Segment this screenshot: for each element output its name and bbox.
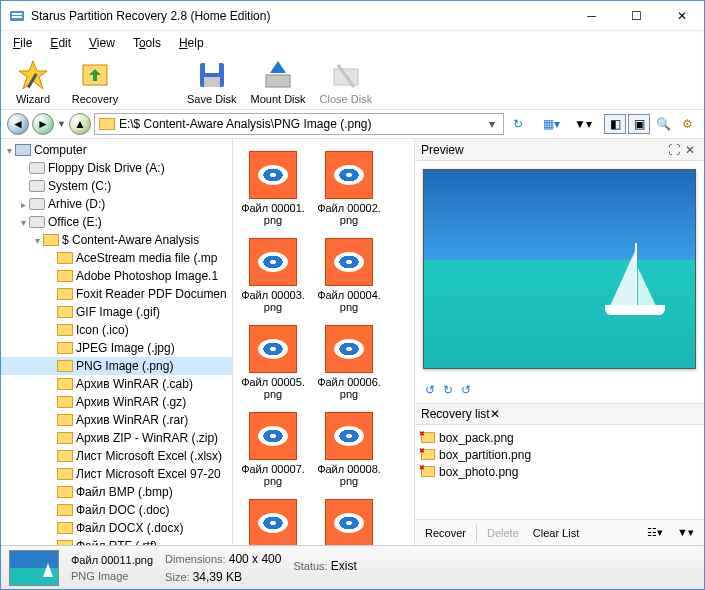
wizard-icon [17,59,49,91]
tree-item[interactable]: ▾Computer [1,141,232,159]
file-thumbnail[interactable]: Файл 00007.png [237,408,309,491]
menu-view[interactable]: View [81,33,123,53]
recover-button[interactable]: Recover [421,525,470,541]
file-list[interactable]: Файл 00001.pngФайл 00002.pngФайл 00003.p… [233,139,414,545]
recovery-item[interactable]: box_partition.png [421,446,698,463]
tree-item[interactable]: Файл DOC (.doc) [1,501,232,519]
mountdisk-button[interactable]: Mount Disk [251,59,306,105]
tree-item[interactable]: Архив WinRAR (.cab) [1,375,232,393]
tree-item[interactable]: JPEG Image (.jpg) [1,339,232,357]
tree-item[interactable]: ▾Office (E:) [1,213,232,231]
up-button[interactable]: ▲ [69,113,91,135]
tree-item[interactable]: Файл BMP (.bmp) [1,483,232,501]
navbar: ◄ ► ▼ ▲ ▾ ↻ ▦▾ ▼▾ ◧ ▣ 🔍 ⚙ [1,110,704,139]
tree-label: Файл DOC (.doc) [76,503,170,517]
file-thumbnail[interactable]: Файл 00010.png [313,495,385,545]
tree-label: $ Content-Aware Analysis [62,233,199,247]
recovery-item[interactable]: box_photo.png [421,463,698,480]
options-button[interactable]: ⚙ [676,114,698,134]
preview-image [423,169,696,369]
file-thumbnail[interactable]: Файл 00001.png [237,147,309,230]
tree-label: Архив ZIP - WinRAR (.zip) [76,431,218,445]
menu-edit[interactable]: Edit [42,33,79,53]
preview-close-button[interactable]: ✕ [682,143,698,157]
clearlist-button[interactable]: Clear List [529,525,583,541]
savedisk-button[interactable]: Save Disk [187,59,237,105]
rotate-left-button[interactable]: ↺ [425,383,435,397]
tree-item[interactable]: GIF Image (.gif) [1,303,232,321]
tree-item[interactable]: Архив WinRAR (.rar) [1,411,232,429]
file-thumbnail[interactable]: Файл 00004.png [313,234,385,317]
tree-item[interactable]: ▾$ Content-Aware Analysis [1,231,232,249]
view-button[interactable]: ▦▾ [540,114,562,134]
file-thumbnail[interactable]: Файл 00003.png [237,234,309,317]
expander-icon[interactable]: ▸ [17,199,29,210]
file-thumbnail[interactable]: Файл 00006.png [313,321,385,404]
file-thumbnail[interactable]: Файл 00002.png [313,147,385,230]
search-button[interactable]: 🔍 [652,114,674,134]
address-bar[interactable]: ▾ [94,113,504,135]
rotate-button[interactable]: ↺ [461,383,471,397]
forward-button[interactable]: ► [32,113,54,135]
menu-tools[interactable]: Tools [125,33,169,53]
tree-panel[interactable]: ▾ComputerFloppy Disk Drive (A:)System (C… [1,139,233,545]
folder-icon [57,288,73,300]
close-button[interactable]: ✕ [659,1,704,30]
tree-item[interactable]: System (C:) [1,177,232,195]
address-dropdown[interactable]: ▾ [485,117,499,131]
filter-button[interactable]: ▼▾ [572,114,594,134]
tree-label: Архив WinRAR (.cab) [76,377,193,391]
reclist-view-button[interactable]: ☷▾ [643,524,667,541]
tree-item[interactable]: Архив ZIP - WinRAR (.zip) [1,429,232,447]
preview-header: Preview ⛶ ✕ [415,139,704,161]
rotate-right-button[interactable]: ↻ [443,383,453,397]
recovery-button[interactable]: Recovery [71,59,119,105]
tree-item[interactable]: Icon (.ico) [1,321,232,339]
file-thumbnail[interactable]: Файл 00008.png [313,408,385,491]
folder-icon [57,396,73,408]
recovery-icon [79,59,111,91]
recovery-list[interactable]: box_pack.pngbox_partition.pngbox_photo.p… [415,425,704,519]
menu-help[interactable]: Help [171,33,212,53]
recovery-item[interactable]: box_pack.png [421,429,698,446]
menu-file[interactable]: File [5,33,40,53]
file-name: Файл 00001.png [239,202,307,226]
folder-icon [57,252,73,264]
tree-item[interactable]: Архив WinRAR (.gz) [1,393,232,411]
tree-item[interactable]: Foxit Reader PDF Documen [1,285,232,303]
tree-item[interactable]: ▸Arhive (D:) [1,195,232,213]
thumbnail-icon [325,325,373,373]
recovery-item-name: box_pack.png [439,431,514,445]
wizard-button[interactable]: Wizard [9,59,57,105]
tree-item[interactable]: Файл DOCX (.docx) [1,519,232,537]
preview-expand-button[interactable]: ⛶ [666,143,682,157]
file-thumbnail[interactable]: Файл 00005.png [237,321,309,404]
expander-icon[interactable]: ▾ [31,235,43,246]
tree-item[interactable]: Adobe Photoshop Image.1 [1,267,232,285]
tree-item[interactable]: Лист Microsoft Excel 97-20 [1,465,232,483]
reclist-opt-button[interactable]: ▼▾ [673,524,698,541]
tree-item[interactable]: Файл RTF (.rtf) [1,537,232,545]
maximize-button[interactable]: ☐ [614,1,659,30]
expander-icon[interactable]: ▾ [3,145,15,156]
thumbnail-icon [249,325,297,373]
expander-icon[interactable]: ▾ [17,217,29,228]
tree-item[interactable]: Лист Microsoft Excel (.xlsx) [1,447,232,465]
minimize-button[interactable]: ─ [569,1,614,30]
refresh-button[interactable]: ↻ [507,113,529,135]
file-thumbnail[interactable]: Файл 00009.png [237,495,309,545]
svg-rect-7 [205,63,219,73]
thumbnail-icon [325,151,373,199]
tree-label: Файл DOCX (.docx) [76,521,184,535]
back-button[interactable]: ◄ [7,113,29,135]
panel2-button[interactable]: ▣ [628,114,650,134]
right-panel: Preview ⛶ ✕ ↺ ↻ ↺ Recovery list ✕ box_pa… [414,139,704,545]
tree-item[interactable]: Floppy Disk Drive (A:) [1,159,232,177]
address-input[interactable] [119,117,485,131]
recovery-list-title: Recovery list [421,407,490,421]
tree-item[interactable]: AceStream media file (.mp [1,249,232,267]
panel1-button[interactable]: ◧ [604,114,626,134]
recovery-list-close-button[interactable]: ✕ [490,407,500,421]
folder-icon [57,306,73,318]
tree-item[interactable]: PNG Image (.png) [1,357,232,375]
